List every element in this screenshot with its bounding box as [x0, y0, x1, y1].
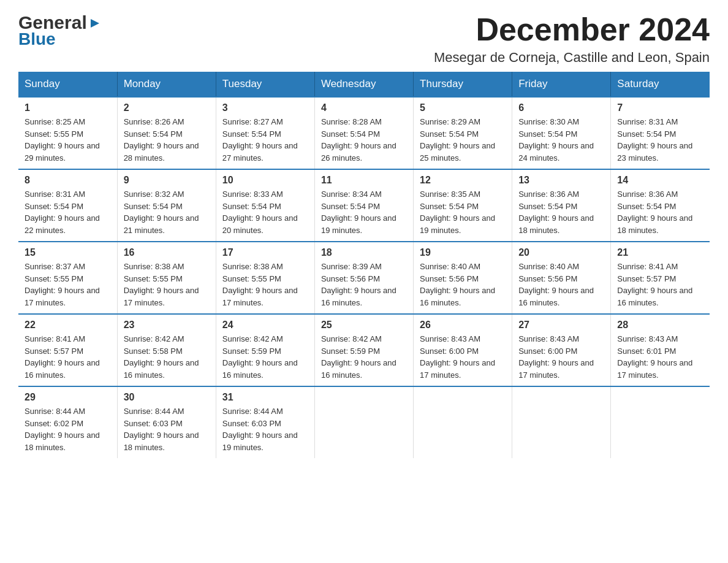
weekday-row: SundayMondayTuesdayWednesdayThursdayFrid…	[18, 72, 710, 97]
day-info: Sunrise: 8:31 AMSunset: 5:54 PMDaylight:…	[25, 188, 111, 236]
day-number: 8	[25, 175, 111, 186]
calendar-week-3: 15Sunrise: 8:37 AMSunset: 5:55 PMDayligh…	[18, 242, 710, 314]
day-info: Sunrise: 8:31 AMSunset: 5:54 PMDaylight:…	[617, 116, 703, 164]
calendar-cell	[512, 386, 611, 458]
day-number: 17	[222, 247, 308, 258]
day-info: Sunrise: 8:44 AMSunset: 6:03 PMDaylight:…	[124, 405, 210, 453]
page-header: General Blue December 2024 Mesegar de Co…	[18, 12, 710, 66]
day-info: Sunrise: 8:41 AMSunset: 5:57 PMDaylight:…	[617, 261, 703, 308]
day-info: Sunrise: 8:43 AMSunset: 6:00 PMDaylight:…	[420, 333, 506, 381]
title-section: December 2024 Mesegar de Corneja, Castil…	[434, 12, 710, 66]
calendar-cell: 10Sunrise: 8:33 AMSunset: 5:54 PMDayligh…	[216, 169, 314, 242]
day-info: Sunrise: 8:43 AMSunset: 6:00 PMDaylight:…	[518, 333, 604, 381]
calendar-cell: 8Sunrise: 8:31 AMSunset: 5:54 PMDaylight…	[18, 169, 117, 242]
day-number: 6	[518, 102, 604, 113]
calendar-cell: 21Sunrise: 8:41 AMSunset: 5:57 PMDayligh…	[611, 242, 710, 314]
weekday-header-monday: Monday	[117, 72, 216, 97]
calendar-cell: 9Sunrise: 8:32 AMSunset: 5:54 PMDaylight…	[117, 169, 216, 242]
day-number: 26	[420, 320, 506, 331]
day-info: Sunrise: 8:37 AMSunset: 5:55 PMDaylight:…	[25, 261, 111, 308]
day-number: 30	[124, 392, 210, 403]
day-number: 3	[222, 102, 308, 113]
day-info: Sunrise: 8:26 AMSunset: 5:54 PMDaylight:…	[124, 116, 210, 164]
day-info: Sunrise: 8:36 AMSunset: 5:54 PMDaylight:…	[518, 188, 604, 236]
calendar-cell: 12Sunrise: 8:35 AMSunset: 5:54 PMDayligh…	[414, 169, 512, 242]
weekday-header-thursday: Thursday	[414, 72, 512, 97]
day-number: 24	[222, 320, 308, 331]
day-number: 23	[124, 320, 210, 331]
calendar-cell: 7Sunrise: 8:31 AMSunset: 5:54 PMDaylight…	[611, 97, 710, 169]
day-number: 15	[25, 247, 111, 258]
weekday-header-sunday: Sunday	[18, 72, 117, 97]
calendar-cell: 2Sunrise: 8:26 AMSunset: 5:54 PMDaylight…	[117, 97, 216, 169]
calendar-cell: 16Sunrise: 8:38 AMSunset: 5:55 PMDayligh…	[117, 242, 216, 314]
day-number: 12	[420, 175, 506, 186]
calendar-table: SundayMondayTuesdayWednesdayThursdayFrid…	[18, 72, 710, 458]
day-info: Sunrise: 8:34 AMSunset: 5:54 PMDaylight:…	[321, 188, 407, 236]
calendar-cell: 6Sunrise: 8:30 AMSunset: 5:54 PMDaylight…	[512, 97, 611, 169]
calendar-week-1: 1Sunrise: 8:25 AMSunset: 5:55 PMDaylight…	[18, 97, 710, 169]
day-info: Sunrise: 8:38 AMSunset: 5:55 PMDaylight:…	[222, 261, 308, 308]
calendar-cell: 11Sunrise: 8:34 AMSunset: 5:54 PMDayligh…	[314, 169, 413, 242]
day-number: 2	[124, 102, 210, 113]
day-number: 21	[617, 247, 703, 258]
calendar-header: SundayMondayTuesdayWednesdayThursdayFrid…	[18, 72, 710, 97]
calendar-cell: 27Sunrise: 8:43 AMSunset: 6:00 PMDayligh…	[512, 314, 611, 386]
day-info: Sunrise: 8:38 AMSunset: 5:55 PMDaylight:…	[124, 261, 210, 308]
calendar-cell: 18Sunrise: 8:39 AMSunset: 5:56 PMDayligh…	[314, 242, 413, 314]
weekday-header-friday: Friday	[512, 72, 611, 97]
month-title: December 2024	[434, 12, 710, 47]
day-number: 11	[321, 175, 407, 186]
day-info: Sunrise: 8:35 AMSunset: 5:54 PMDaylight:…	[420, 188, 506, 236]
calendar-cell: 13Sunrise: 8:36 AMSunset: 5:54 PMDayligh…	[512, 169, 611, 242]
day-info: Sunrise: 8:44 AMSunset: 6:02 PMDaylight:…	[25, 405, 111, 453]
calendar-cell: 29Sunrise: 8:44 AMSunset: 6:02 PMDayligh…	[18, 386, 117, 458]
calendar-cell: 1Sunrise: 8:25 AMSunset: 5:55 PMDaylight…	[18, 97, 117, 169]
calendar-cell: 31Sunrise: 8:44 AMSunset: 6:03 PMDayligh…	[216, 386, 314, 458]
calendar-cell: 15Sunrise: 8:37 AMSunset: 5:55 PMDayligh…	[18, 242, 117, 314]
day-number: 22	[25, 320, 111, 331]
day-number: 7	[617, 102, 703, 113]
calendar-week-2: 8Sunrise: 8:31 AMSunset: 5:54 PMDaylight…	[18, 169, 710, 242]
calendar-cell: 25Sunrise: 8:42 AMSunset: 5:59 PMDayligh…	[314, 314, 413, 386]
location-subtitle: Mesegar de Corneja, Castille and Leon, S…	[434, 50, 710, 66]
calendar-cell: 24Sunrise: 8:42 AMSunset: 5:59 PMDayligh…	[216, 314, 314, 386]
day-number: 4	[321, 102, 407, 113]
day-info: Sunrise: 8:40 AMSunset: 5:56 PMDaylight:…	[420, 261, 506, 308]
day-number: 31	[222, 392, 308, 403]
day-info: Sunrise: 8:33 AMSunset: 5:54 PMDaylight:…	[222, 188, 308, 236]
calendar-cell: 20Sunrise: 8:40 AMSunset: 5:56 PMDayligh…	[512, 242, 611, 314]
day-number: 13	[518, 175, 604, 186]
day-number: 10	[222, 175, 308, 186]
day-info: Sunrise: 8:30 AMSunset: 5:54 PMDaylight:…	[518, 116, 604, 164]
weekday-header-wednesday: Wednesday	[314, 72, 413, 97]
day-info: Sunrise: 8:29 AMSunset: 5:54 PMDaylight:…	[420, 116, 506, 164]
calendar-cell: 23Sunrise: 8:42 AMSunset: 5:58 PMDayligh…	[117, 314, 216, 386]
day-info: Sunrise: 8:39 AMSunset: 5:56 PMDaylight:…	[321, 261, 407, 308]
day-number: 27	[518, 320, 604, 331]
calendar-cell: 26Sunrise: 8:43 AMSunset: 6:00 PMDayligh…	[414, 314, 512, 386]
day-number: 20	[518, 247, 604, 258]
day-number: 29	[25, 392, 111, 403]
calendar-body: 1Sunrise: 8:25 AMSunset: 5:55 PMDaylight…	[18, 97, 710, 458]
calendar-cell: 14Sunrise: 8:36 AMSunset: 5:54 PMDayligh…	[611, 169, 710, 242]
calendar-cell: 22Sunrise: 8:41 AMSunset: 5:57 PMDayligh…	[18, 314, 117, 386]
day-info: Sunrise: 8:44 AMSunset: 6:03 PMDaylight:…	[222, 405, 308, 453]
calendar-cell: 19Sunrise: 8:40 AMSunset: 5:56 PMDayligh…	[414, 242, 512, 314]
day-info: Sunrise: 8:42 AMSunset: 5:59 PMDaylight:…	[222, 333, 308, 381]
day-info: Sunrise: 8:42 AMSunset: 5:58 PMDaylight:…	[124, 333, 210, 381]
calendar-cell: 4Sunrise: 8:28 AMSunset: 5:54 PMDaylight…	[314, 97, 413, 169]
day-info: Sunrise: 8:40 AMSunset: 5:56 PMDaylight:…	[518, 261, 604, 308]
calendar-cell: 17Sunrise: 8:38 AMSunset: 5:55 PMDayligh…	[216, 242, 314, 314]
calendar-cell: 5Sunrise: 8:29 AMSunset: 5:54 PMDaylight…	[414, 97, 512, 169]
day-number: 19	[420, 247, 506, 258]
day-number: 28	[617, 320, 703, 331]
calendar-cell: 30Sunrise: 8:44 AMSunset: 6:03 PMDayligh…	[117, 386, 216, 458]
weekday-header-saturday: Saturday	[611, 72, 710, 97]
day-info: Sunrise: 8:36 AMSunset: 5:54 PMDaylight:…	[617, 188, 703, 236]
calendar-cell	[414, 386, 512, 458]
svg-marker-0	[91, 19, 99, 28]
day-number: 1	[25, 102, 111, 113]
calendar-cell: 3Sunrise: 8:27 AMSunset: 5:54 PMDaylight…	[216, 97, 314, 169]
calendar-cell	[611, 386, 710, 458]
